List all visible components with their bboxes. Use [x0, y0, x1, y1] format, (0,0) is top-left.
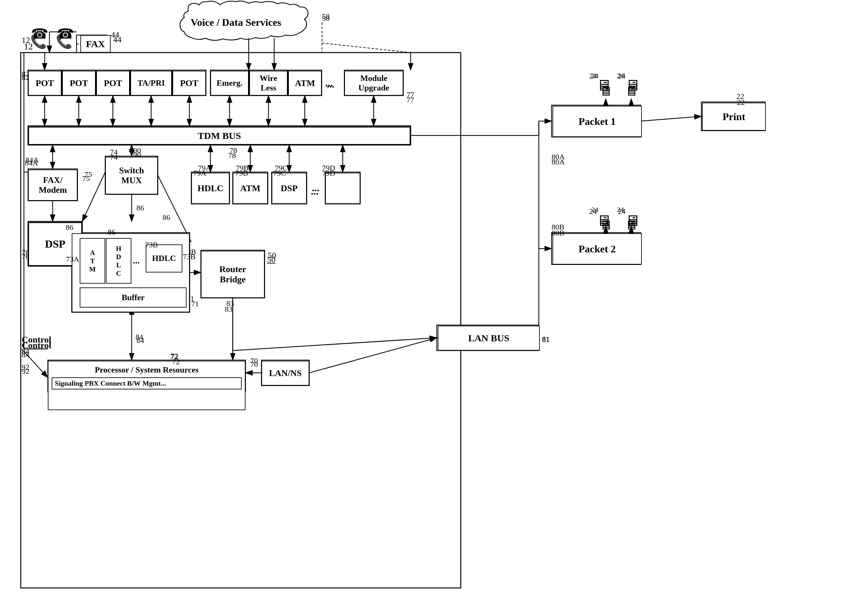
computer-icon-4: 🖥	[625, 212, 640, 229]
signaling-sub-box: Signaling PBX Connect B/W Mgmt...	[52, 377, 242, 390]
ref-84-control: 84	[22, 350, 29, 359]
print-box: Print	[702, 103, 766, 130]
computer-icon-1: 🖥	[596, 77, 612, 94]
module-line2: Upgrade	[358, 83, 389, 93]
wireless-line2: Less	[260, 83, 276, 93]
ref-80a: 80A	[552, 158, 565, 167]
computer-icon-3: 🖥	[596, 212, 612, 229]
fax-modem-line2: Modem	[39, 185, 67, 195]
ref-24c: 24	[589, 207, 597, 216]
ref-44: 44	[113, 35, 121, 45]
inner-73a-container: ATM HDLC ... HDLC Buffer	[72, 233, 190, 312]
ref-79a: 79A	[193, 169, 206, 178]
tdm-bus-box: TDM BUS	[28, 127, 411, 145]
module-upgrade-box: Module Upgrade	[344, 71, 403, 96]
wireless-line1: Wire	[260, 74, 277, 83]
ref-81: 81	[542, 335, 550, 344]
fax-box: FAX	[80, 35, 111, 53]
wireless-box: Wire Less	[249, 71, 288, 96]
ref-79c: 79C	[273, 169, 286, 178]
ref-79b: 79B	[235, 169, 248, 178]
pot-box-3: POT	[96, 71, 130, 96]
ref-24b: 24	[618, 72, 626, 80]
voice-data-services-label: Voice / Data Services	[190, 17, 281, 28]
module-line1: Module	[360, 74, 387, 83]
ref-73a: 73A	[66, 255, 79, 264]
switch-line1: Switch	[119, 166, 144, 176]
dots-inner-row: ...	[311, 185, 318, 197]
ref-75: 75	[82, 174, 90, 183]
dots-inner: ...	[133, 256, 140, 266]
emerg-box: Emerg.	[211, 71, 249, 96]
ref-50: 50	[267, 255, 275, 264]
lan-ns-box: LAN/NS	[261, 361, 309, 386]
ref-79d: 79D	[322, 169, 335, 178]
control-label: Control	[22, 340, 51, 350]
hdlc-sub-box: HDLC	[106, 238, 131, 284]
buffer-box: Buffer	[80, 288, 187, 308]
ref-83: 83	[225, 305, 233, 314]
lan-bus-box: LAN BUS	[438, 326, 540, 350]
ref-84a-label: 84A	[25, 159, 38, 167]
ref-74: 74	[110, 153, 118, 162]
pot-box-2: POT	[62, 71, 96, 96]
ref-72: 72	[172, 358, 180, 366]
ref-76: 76	[22, 252, 29, 261]
ref-90: 90	[133, 151, 141, 159]
ref-12: 12	[22, 36, 30, 45]
atm-sub-box: ATM	[80, 238, 105, 284]
ref-58: 58	[322, 12, 330, 21]
computer-icon-2: 🖥	[625, 77, 640, 94]
router-line1: Router	[219, 264, 246, 274]
fax-modem-box: FAX/ Modem	[28, 170, 77, 201]
ref-78: 78	[228, 151, 236, 160]
ref-82: 82	[22, 73, 29, 82]
ref-70: 70	[250, 360, 258, 369]
packet2-box: Packet 2	[552, 233, 642, 264]
svg-text:86: 86	[163, 213, 170, 222]
dots-modules: ...	[325, 77, 333, 89]
svg-text:86: 86	[137, 204, 144, 212]
ref-84-buffer: 84	[137, 336, 144, 345]
pot-box-1: POT	[28, 71, 61, 96]
packet1-box: Packet 1	[552, 106, 642, 137]
ref-86-b: 86	[108, 228, 115, 236]
ref-73b-2: 73B	[183, 252, 195, 261]
phone-icon-1: ☎	[31, 25, 49, 42]
router-bridge-box: Router Bridge	[201, 251, 264, 298]
svg-line-156	[641, 116, 701, 121]
ref-80b: 80B	[552, 229, 564, 237]
switch-mux-box: Switch MUX	[105, 157, 158, 194]
ref-24d: 24	[618, 207, 626, 216]
ref-71: 71	[191, 300, 199, 308]
ref-22: 22	[737, 98, 745, 107]
svg-line-146	[233, 338, 437, 350]
ref-24a: 24	[589, 72, 597, 80]
fax-modem-line1: FAX/	[43, 175, 63, 185]
processor-label: Processor / System Resources	[49, 361, 245, 375]
pot-box-4: POT	[173, 71, 206, 96]
ref-77: 77	[406, 96, 414, 104]
ref-86-a: 86	[66, 223, 73, 232]
processor-box: Processor / System Resources Signaling P…	[48, 361, 246, 410]
signaling-label: Signaling PBX Connect B/W Mgmt...	[55, 379, 166, 387]
svg-line-137	[158, 175, 191, 242]
phone-icon-2: ☎	[57, 25, 74, 42]
atm-module-box: ATM	[288, 71, 322, 96]
ta-pri-box: TA/PRI	[131, 71, 172, 96]
svg-line-172	[322, 43, 411, 53]
svg-line-149	[309, 338, 437, 373]
diagram-container: { "title": "Network Architecture Diagram…	[0, 0, 864, 616]
ref-92: 92	[22, 367, 29, 376]
switch-line2: MUX	[121, 176, 142, 185]
router-line2: Bridge	[220, 274, 246, 284]
ref-73b-1: 73B	[145, 240, 158, 249]
